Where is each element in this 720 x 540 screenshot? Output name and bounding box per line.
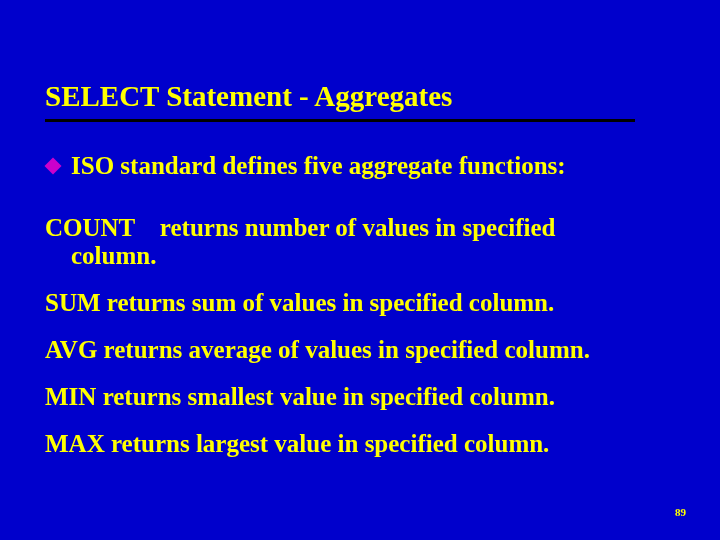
slide-title: SELECT Statement - Aggregates [45,80,635,122]
aggregate-list: COUNT returns number of values in specif… [45,214,675,458]
agg-count: COUNT returns number of values in specif… [45,214,675,270]
agg-line: MIN returns smallest value in specified … [45,383,675,411]
agg-min: MIN returns smallest value in specified … [45,383,675,411]
agg-line: AVG returns average of values in specifi… [45,336,675,364]
diamond-bullet-icon [45,158,62,175]
agg-max: MAX returns largest value in specified c… [45,430,675,458]
intro-bullet-row: ISO standard defines five aggregate func… [45,152,675,180]
agg-line: SUM returns sum of values in specified c… [45,289,675,317]
slide: SELECT Statement - Aggregates ISO standa… [0,0,720,540]
intro-text: ISO standard defines five aggregate func… [71,152,566,180]
page-number: 89 [675,506,686,518]
agg-line: MAX returns largest value in specified c… [45,430,675,458]
agg-line: column. [45,242,675,270]
agg-sum: SUM returns sum of values in specified c… [45,289,675,317]
agg-line: COUNT returns number of values in specif… [45,214,675,242]
agg-avg: AVG returns average of values in specifi… [45,336,675,364]
